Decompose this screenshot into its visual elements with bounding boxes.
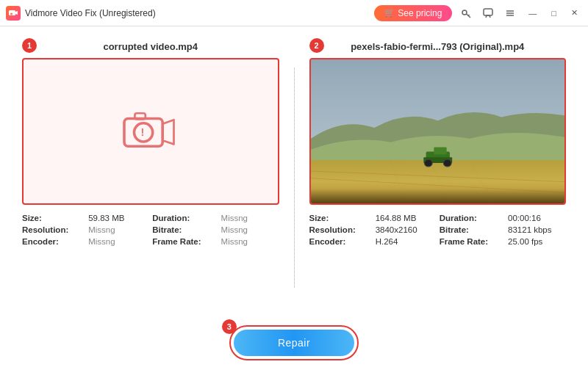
repair-button[interactable]: Repair — [234, 330, 354, 356]
chat-button[interactable] — [480, 7, 496, 20]
right-size-label: Size: — [309, 214, 370, 222]
left-size-label: Size: — [22, 214, 82, 222]
repair-section: 3 Repair — [22, 313, 566, 366]
left-bitrate-value: Missng — [221, 225, 279, 234]
maximize-button[interactable]: □ — [547, 7, 561, 19]
left-resolution-label: Resolution: — [22, 225, 82, 234]
camera-error-icon: ! — [118, 106, 184, 157]
repair-button-wrapper: 3 Repair — [229, 325, 359, 360]
right-bitrate-label: Bitrate: — [440, 225, 502, 234]
left-encoder-value: Missng — [88, 237, 146, 246]
pricing-label: See pricing — [398, 8, 442, 18]
left-duration-value: Missng — [221, 214, 279, 222]
left-size-value: 59.83 MB — [88, 214, 146, 222]
right-encoder-value: H.264 — [376, 237, 434, 246]
left-panel: 1 corrupted video.mp4 ! — [22, 41, 279, 246]
left-panel-filename: corrupted video.mp4 — [103, 41, 198, 52]
panel-divider — [294, 68, 295, 288]
svg-rect-14 — [135, 113, 145, 119]
right-framerate-label: Frame Rate: — [440, 237, 502, 246]
right-size-value: 164.88 MB — [376, 214, 434, 222]
close-button[interactable]: ✕ — [567, 7, 582, 19]
corrupted-video-box[interactable]: ! — [22, 58, 279, 205]
right-framerate-value: 25.00 fps — [508, 237, 566, 246]
right-resolution-label: Resolution: — [309, 225, 370, 234]
key-button[interactable] — [458, 7, 474, 20]
minimize-button[interactable]: — — [524, 7, 541, 19]
repair-number-badge: 3 — [222, 319, 237, 334]
camera-icon-container: ! — [118, 106, 184, 157]
left-duration-label: Duration: — [152, 214, 215, 222]
right-panel-header: 2 pexels-fabio-fermi...793 (Original).mp… — [309, 41, 567, 52]
svg-line-6 — [468, 15, 470, 16]
app-title: Vidmore Video Fix (Unregistered) — [25, 8, 156, 18]
titlebar-right: 🛒 See pricing — [374, 5, 582, 21]
svg-marker-15 — [162, 120, 173, 144]
pricing-button[interactable]: 🛒 See pricing — [374, 5, 452, 21]
titlebar: ! Vidmore Video Fix (Unregistered) 🛒 See… — [0, 0, 588, 26]
right-panel-filename: pexels-fabio-fermi...793 (Original).mp4 — [351, 41, 524, 52]
cart-icon: 🛒 — [384, 8, 395, 18]
panels-row: 1 corrupted video.mp4 ! — [22, 41, 566, 313]
left-framerate-value: Missng — [221, 237, 279, 246]
window-controls: — □ ✕ — [524, 7, 582, 19]
left-panel-header: 1 corrupted video.mp4 — [22, 41, 279, 52]
left-framerate-label: Frame Rate: — [152, 237, 215, 246]
svg-text:!: ! — [140, 126, 144, 138]
reference-video-box[interactable] — [309, 58, 567, 205]
video-overlay — [311, 189, 565, 203]
left-bitrate-label: Bitrate: — [152, 225, 215, 234]
video-thumbnail — [311, 59, 565, 203]
right-panel: 2 pexels-fabio-fermi...793 (Original).mp… — [309, 41, 567, 246]
svg-rect-28 — [311, 59, 565, 203]
right-encoder-label: Encoder: — [309, 237, 370, 246]
titlebar-icons — [458, 7, 518, 20]
menu-button[interactable] — [502, 7, 518, 20]
left-resolution-value: Missng — [88, 225, 146, 234]
right-duration-value: 00:00:16 — [508, 214, 566, 222]
left-encoder-label: Encoder: — [22, 237, 82, 246]
right-bitrate-value: 83121 kbps — [508, 225, 566, 234]
left-panel-number: 1 — [22, 38, 37, 53]
main-content: 1 corrupted video.mp4 ! — [0, 26, 588, 381]
right-video-info: Size: 164.88 MB Duration: 00:00:16 Resol… — [309, 214, 567, 246]
svg-point-4 — [462, 10, 467, 15]
app-icon: ! — [6, 6, 21, 21]
landscape-svg — [311, 59, 565, 203]
svg-rect-7 — [484, 9, 492, 15]
right-resolution-value: 3840x2160 — [376, 225, 434, 234]
left-video-info: Size: 59.83 MB Duration: Missng Resoluti… — [22, 214, 279, 246]
right-panel-number: 2 — [309, 38, 324, 53]
titlebar-left: ! Vidmore Video Fix (Unregistered) — [6, 6, 156, 21]
svg-marker-1 — [15, 11, 18, 15]
right-duration-label: Duration: — [440, 214, 502, 222]
